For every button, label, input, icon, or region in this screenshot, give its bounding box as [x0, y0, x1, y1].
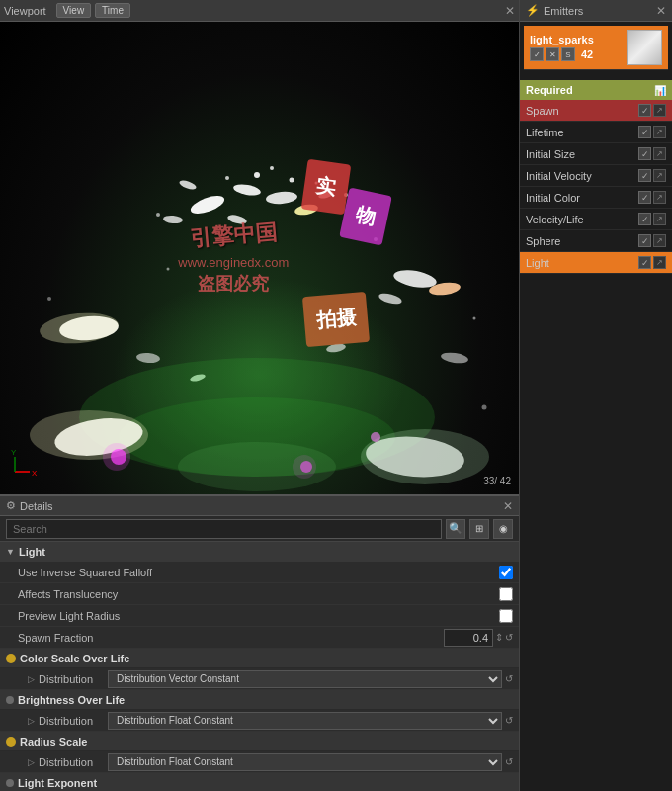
svg-point-4	[266, 191, 298, 206]
module-label-sphere: Sphere	[526, 235, 638, 247]
radius-dist-expand[interactable]: ▷	[28, 757, 35, 767]
distribution-label: Distribution	[39, 673, 108, 685]
inverse-squared-checkbox[interactable]	[499, 566, 513, 579]
section-collapse-arrow: ▼	[6, 547, 15, 557]
velocity-life-check-box[interactable]: ✓	[638, 213, 651, 225]
emitter-check-icon[interactable]: ✓	[530, 47, 544, 61]
svg-point-23	[30, 410, 148, 460]
emitter-item-container: light_sparks ✓ ✕ S 42	[520, 22, 672, 72]
initial-color-check-box[interactable]: ✓	[638, 191, 651, 204]
emitters-close-icon[interactable]: ✕	[656, 4, 666, 18]
viewport-close-icon[interactable]: ✕	[505, 4, 515, 18]
svg-point-14	[315, 182, 318, 185]
distribution-expand-arrow[interactable]: ▷	[28, 674, 35, 684]
light-exponent-section[interactable]: Light Exponent	[0, 773, 519, 791]
viewport-title: Viewport	[4, 5, 46, 17]
svg-point-19	[392, 267, 438, 290]
initial-color-graph-box[interactable]: ↗	[653, 191, 666, 204]
initial-size-check-box[interactable]: ✓	[638, 147, 651, 160]
svg-point-21	[378, 292, 403, 307]
radius-dist-label: Distribution	[39, 756, 108, 768]
light-check-box[interactable]: ✓	[638, 256, 651, 269]
radius-scale-label: Radius Scale	[20, 736, 87, 747]
spawn-fraction-input[interactable]	[444, 629, 493, 647]
search-button[interactable]: 🔍	[446, 519, 465, 539]
search-input[interactable]	[6, 519, 442, 539]
svg-point-18	[39, 310, 120, 347]
emitter-module-light[interactable]: Light ✓ ↗	[520, 252, 672, 274]
initial-velocity-graph-box[interactable]: ↗	[653, 169, 666, 182]
emitter-module-velocity-life[interactable]: Velocity/Life ✓ ↗	[520, 209, 672, 230]
brightness-indicator	[6, 696, 14, 704]
module-label-spawn: Spawn	[526, 105, 638, 117]
property-row-preview-light: Preview Light Radius	[0, 605, 519, 627]
initial-size-graph-box[interactable]: ↗	[653, 147, 666, 160]
distribution-select-radius[interactable]: Distribution Float Constant	[108, 753, 502, 771]
light-exponent-indicator	[6, 779, 14, 787]
spawn-graph-box[interactable]: ↗	[653, 104, 666, 117]
light-graph-box[interactable]: ↗	[653, 256, 666, 269]
emitter-module-lifetime[interactable]: Lifetime ✓ ↗	[520, 122, 672, 143]
radius-scale-section[interactable]: Radius Scale	[0, 732, 519, 751]
svg-point-13	[225, 176, 229, 180]
brightness-section[interactable]: Brightness Over Life	[0, 690, 519, 710]
required-graph-icon: 📊	[654, 85, 666, 96]
svg-point-30	[371, 432, 380, 442]
svg-point-11	[270, 166, 274, 170]
emitter-s-icon[interactable]: S	[561, 47, 575, 61]
emitter-module-initial-size[interactable]: Initial Size ✓ ↗	[520, 143, 672, 165]
lifetime-graph-box[interactable]: ↗	[653, 126, 666, 138]
svg-point-12	[290, 178, 294, 183]
brightness-dist-reset[interactable]: ↺	[505, 715, 513, 726]
svg-point-9	[178, 179, 197, 192]
module-label-initial-color: Initial Color	[526, 192, 638, 204]
radius-dist-reset[interactable]: ↺	[505, 756, 513, 767]
eye-view-button[interactable]: ◉	[493, 519, 513, 539]
preview-light-checkbox[interactable]	[499, 609, 513, 623]
viewport-header: Viewport View Time ✕	[0, 0, 519, 22]
light-section-header[interactable]: ▼ Light	[0, 542, 519, 562]
emitter-module-spawn[interactable]: Spawn ✓ ↗	[520, 100, 672, 122]
dist-reset-icon[interactable]: ↺	[505, 673, 513, 684]
emitter-thumbnail	[627, 30, 662, 65]
spawn-check-box[interactable]: ✓	[638, 104, 651, 117]
svg-point-6	[294, 203, 318, 217]
time-button[interactable]: Time	[95, 3, 130, 18]
svg-point-40	[482, 405, 487, 410]
frame-counter: 33/ 42	[483, 476, 511, 486]
sphere-graph-box[interactable]: ↗	[653, 234, 666, 247]
svg-point-32	[136, 352, 161, 364]
distribution-select-color[interactable]: Distribution Vector Constant	[108, 670, 502, 688]
module-label-velocity-life: Velocity/Life	[526, 214, 638, 225]
spawn-reset-icon[interactable]: ↺	[505, 632, 513, 643]
spawn-arrows-icon: ⇕	[495, 632, 503, 643]
emitter-x-icon[interactable]: ✕	[546, 47, 559, 61]
lifetime-check-box[interactable]: ✓	[638, 126, 651, 138]
emitter-module-sphere[interactable]: Sphere ✓ ↗	[520, 230, 672, 252]
color-indicator	[6, 654, 16, 663]
color-scale-section[interactable]: Color Scale Over Life	[0, 649, 519, 668]
sphere-check-box[interactable]: ✓	[638, 234, 651, 247]
color-scale-label: Color Scale Over Life	[20, 653, 129, 664]
view-button[interactable]: View	[56, 3, 92, 18]
svg-point-39	[47, 297, 51, 301]
svg-point-3	[232, 183, 261, 198]
module-label-lifetime: Lifetime	[526, 127, 638, 138]
emitter-light-sparks[interactable]: light_sparks ✓ ✕ S 42	[524, 26, 668, 70]
grid-view-button[interactable]: ⊞	[469, 519, 489, 539]
emitter-module-initial-color[interactable]: Initial Color ✓ ↗	[520, 187, 672, 209]
affects-translucency-checkbox[interactable]	[499, 587, 513, 601]
required-header: Required 📊	[520, 80, 672, 100]
emitter-module-initial-velocity[interactable]: Initial Velocity ✓ ↗	[520, 165, 672, 187]
initial-velocity-check-box[interactable]: ✓	[638, 169, 651, 182]
left-panel: Viewport View Time ✕	[0, 0, 519, 791]
svg-point-36	[167, 268, 170, 271]
distribution-select-brightness[interactable]: Distribution Float Constant	[108, 712, 502, 730]
svg-point-37	[374, 237, 378, 241]
details-close-icon[interactable]: ✕	[503, 499, 513, 513]
emitters-title: Emitters	[544, 5, 656, 17]
module-label-initial-size: Initial Size	[526, 148, 638, 160]
emitters-header: ⚡ Emitters ✕	[520, 0, 672, 22]
velocity-life-graph-box[interactable]: ↗	[653, 213, 666, 225]
brightness-dist-expand[interactable]: ▷	[28, 716, 35, 726]
